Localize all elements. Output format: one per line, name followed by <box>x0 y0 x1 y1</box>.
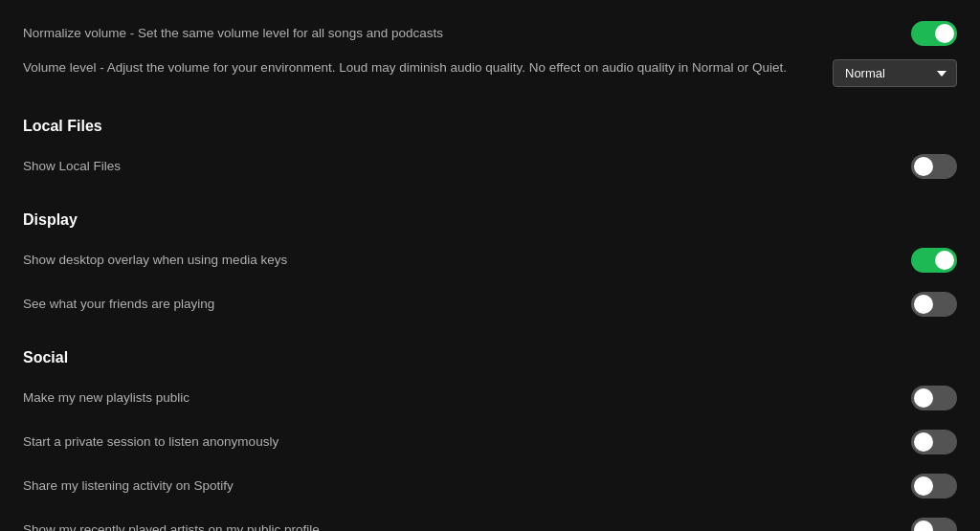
settings-panel: Normalize volume - Set the same volume l… <box>0 0 980 531</box>
normalize-label: Normalize volume - Set the same volume l… <box>23 25 911 43</box>
recently-played-row: Show my recently played artists on my pu… <box>23 508 957 531</box>
volume-level-label: Volume level - Adjust the volume for you… <box>23 59 833 77</box>
normalize-toggle[interactable] <box>911 21 957 46</box>
recently-played-label: Show my recently played artists on my pu… <box>23 521 911 531</box>
friends-playing-label: See what your friends are playing <box>23 296 911 314</box>
show-local-files-row: Show Local Files <box>23 144 957 188</box>
desktop-overlay-toggle[interactable] <box>911 248 957 273</box>
private-session-row: Start a private session to listen anonym… <box>23 420 957 464</box>
normalize-thumb <box>935 24 954 43</box>
playlists-public-thumb <box>914 388 933 408</box>
volume-level-row: Volume level - Adjust the volume for you… <box>23 52 957 95</box>
private-session-label: Start a private session to listen anonym… <box>23 433 911 452</box>
desktop-overlay-row: Show desktop overlay when using media ke… <box>23 238 957 282</box>
friends-playing-thumb <box>914 295 933 314</box>
local-files-header: Local Files <box>23 112 957 141</box>
show-local-files-label: Show Local Files <box>23 158 911 176</box>
friends-playing-toggle[interactable] <box>911 292 957 317</box>
private-session-thumb <box>914 432 933 452</box>
listening-activity-label: Share my listening activity on Spotify <box>23 477 911 496</box>
volume-dropdown[interactable]: Quiet Normal Loud <box>833 59 957 87</box>
private-session-toggle[interactable] <box>911 430 957 454</box>
listening-activity-row: Share my listening activity on Spotify <box>23 464 957 508</box>
social-header: Social <box>23 343 957 372</box>
display-header: Display <box>23 206 957 234</box>
playlists-public-label: Make my new playlists public <box>23 389 911 408</box>
show-local-files-thumb <box>914 157 933 176</box>
recently-played-toggle[interactable] <box>911 518 957 531</box>
desktop-overlay-label: Show desktop overlay when using media ke… <box>23 252 911 270</box>
show-local-files-toggle[interactable] <box>911 154 957 179</box>
listening-activity-thumb <box>914 476 933 496</box>
playlists-public-toggle[interactable] <box>911 386 957 410</box>
friends-playing-row: See what your friends are playing <box>23 282 957 326</box>
normalize-row: Normalize volume - Set the same volume l… <box>23 15 957 52</box>
listening-activity-toggle[interactable] <box>911 474 957 498</box>
desktop-overlay-thumb <box>935 251 954 270</box>
playlists-public-row: Make my new playlists public <box>23 376 957 420</box>
